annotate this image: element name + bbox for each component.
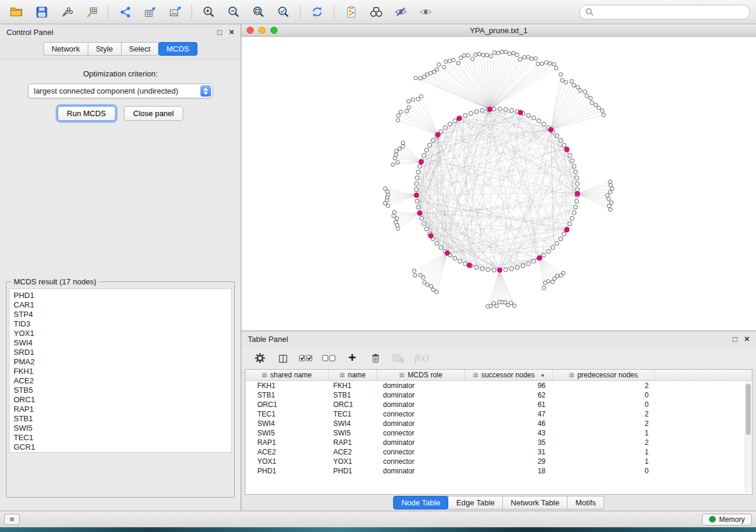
table-float-icon[interactable]: □ <box>732 335 737 344</box>
table-cell: RAP1 <box>245 438 328 447</box>
select-all-rows-button[interactable] <box>297 350 315 366</box>
control-panel-title: Control Panel <box>7 28 53 37</box>
copy-style-button[interactable] <box>340 2 362 21</box>
run-mcds-button[interactable]: Run MCDS <box>58 106 116 121</box>
open-session-button[interactable] <box>6 2 27 21</box>
create-column-button[interactable]: + <box>343 350 361 366</box>
result-node[interactable]: STB5 <box>14 386 231 395</box>
search-input[interactable] <box>597 8 744 16</box>
result-node[interactable]: SWI4 <box>14 338 231 348</box>
scrollbar-thumb[interactable] <box>746 384 751 435</box>
table-panel-title: Table Panel <box>248 335 288 344</box>
result-node[interactable]: CAR1 <box>14 300 231 310</box>
criterion-select[interactable]: largest connected component (undirected) <box>28 84 213 98</box>
table-row[interactable]: FKH1FKH1dominator962 <box>245 381 745 390</box>
table-row[interactable]: TEC1TEC1connector472 <box>245 409 745 419</box>
function-builder-button[interactable]: f(x) <box>413 350 430 366</box>
eye-icon <box>419 5 432 18</box>
export-table-button[interactable] <box>139 2 161 21</box>
result-node[interactable]: TID3 <box>14 319 231 329</box>
table-row[interactable]: STB1STB1dominator620 <box>245 390 745 400</box>
tab-network-table[interactable]: Network Table <box>502 496 567 509</box>
tab-edge-table[interactable]: Edge Table <box>448 496 503 509</box>
table-cell: connector <box>377 410 465 418</box>
import-network-icon <box>60 6 73 18</box>
column-header-mcds-role[interactable]: ▦MCDS role <box>377 370 465 380</box>
result-node[interactable]: GCR1 <box>14 443 231 452</box>
show-all-button[interactable] <box>415 2 436 21</box>
tab-select[interactable]: Select <box>121 42 159 56</box>
result-node[interactable]: YOX1 <box>14 329 231 338</box>
save-session-button[interactable] <box>31 2 52 21</box>
column-header-predecessor-nodes[interactable]: ▦predecessor nodes <box>553 370 655 380</box>
close-panel-icon[interactable]: × <box>229 28 234 37</box>
network-window-title: YPA_prune.txt_1 <box>241 26 756 35</box>
table-cell: 18 <box>465 467 553 475</box>
result-node[interactable]: TEC1 <box>14 433 231 443</box>
network-titlebar: YPA_prune.txt_1 <box>241 24 756 37</box>
export-image-button[interactable] <box>164 2 186 21</box>
column-header-shared-name[interactable]: ▦shared name <box>245 370 328 380</box>
table-row[interactable]: SWI4SWI4dominator462 <box>245 419 745 428</box>
result-node[interactable]: ORC1 <box>14 395 231 405</box>
table-row[interactable]: RAP1RAP1dominator352 <box>245 438 745 447</box>
zoom-in-button[interactable] <box>198 2 219 21</box>
table-settings-button[interactable] <box>251 350 269 366</box>
import-table-button[interactable] <box>81 2 102 21</box>
table-row[interactable]: SWI5SWI5connector431 <box>245 428 745 438</box>
table-cell: 43 <box>465 429 553 437</box>
hide-selected-button[interactable] <box>390 2 412 21</box>
tab-node-table[interactable]: Node Table <box>393 496 449 509</box>
mcds-result-list[interactable]: PHD1CAR1STP4TID3YOX1SWI4SRD1PMA2FKH1ACE2… <box>9 289 232 453</box>
close-panel-button[interactable]: Close panel <box>124 106 184 121</box>
zoom-out-button[interactable] <box>223 2 244 21</box>
zoom-selected-button[interactable] <box>273 2 294 21</box>
list-menu-icon: ≡ <box>9 515 14 524</box>
result-node[interactable]: STB1 <box>14 414 231 424</box>
table-row[interactable]: PHD1PHD1dominator180 <box>245 466 745 476</box>
table-row[interactable]: YOX1YOX1connector291 <box>245 457 745 466</box>
gear-icon <box>254 352 266 364</box>
select-all-icon <box>299 353 313 363</box>
result-node[interactable]: FKH1 <box>14 367 231 376</box>
delete-column-button[interactable] <box>366 350 384 366</box>
result-node[interactable]: SRD1 <box>14 348 231 357</box>
column-header-name[interactable]: ▦name <box>328 370 377 380</box>
refresh-button[interactable] <box>307 2 328 21</box>
memory-button[interactable]: Memory <box>702 514 752 525</box>
table-row[interactable]: ORC1ORC1dominator610 <box>245 400 745 409</box>
delete-table-button[interactable] <box>390 350 407 366</box>
result-node[interactable]: RAP1 <box>14 405 231 414</box>
table-cell: connector <box>377 448 465 456</box>
import-network-button[interactable] <box>56 2 77 21</box>
result-node[interactable]: SWI5 <box>14 424 231 433</box>
table-cell: 96 <box>465 382 553 390</box>
search-network-button[interactable] <box>365 2 387 21</box>
table-cell: STB1 <box>245 391 328 399</box>
result-node[interactable]: PMA2 <box>14 357 231 367</box>
column-header-successor-nodes[interactable]: ▦successor nodes▾ <box>465 370 553 380</box>
tab-style[interactable]: Style <box>88 42 122 56</box>
show-columns-button[interactable]: ◫ <box>274 350 292 366</box>
result-node[interactable]: ACE2 <box>14 376 231 386</box>
table-cell: 0 <box>553 391 655 399</box>
network-canvas[interactable] <box>241 37 756 331</box>
tab-motifs[interactable]: Motifs <box>567 496 604 509</box>
table-scrollbar[interactable] <box>745 382 751 493</box>
result-node[interactable]: STP4 <box>14 310 231 319</box>
tab-mcds[interactable]: MCDS <box>158 42 197 56</box>
deselect-all-rows-button[interactable] <box>320 350 338 366</box>
table-close-icon[interactable]: × <box>744 335 749 344</box>
tab-network[interactable]: Network <box>43 42 88 56</box>
result-node[interactable]: PHD1 <box>14 291 231 300</box>
trash-icon <box>370 352 381 364</box>
table-cell: SWI4 <box>245 419 328 428</box>
search-box[interactable] <box>579 5 750 20</box>
table-row[interactable]: ACE2ACE2connector311 <box>245 447 745 457</box>
float-panel-icon[interactable]: □ <box>217 28 222 37</box>
new-network-button[interactable] <box>114 2 136 21</box>
table-cell: dominator <box>377 391 465 399</box>
panel-menu-button[interactable]: ≡ <box>4 514 20 525</box>
zoom-fit-button[interactable] <box>248 2 269 21</box>
table-cell: TEC1 <box>328 410 377 418</box>
